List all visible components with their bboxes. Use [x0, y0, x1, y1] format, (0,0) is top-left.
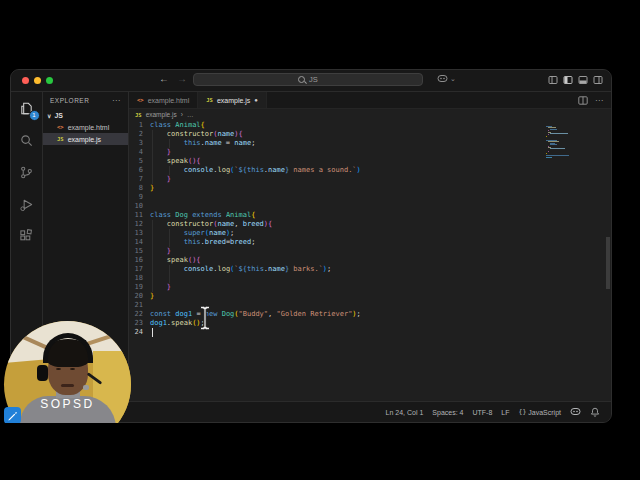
indent-guide — [152, 256, 153, 265]
code-line-8[interactable]: 8} — [129, 184, 611, 193]
run-debug-icon — [19, 197, 34, 212]
panel-bottom-icon[interactable] — [578, 75, 588, 85]
indent-guide — [152, 148, 153, 157]
modified-dot-icon[interactable]: ● — [254, 97, 258, 103]
line-number: 17 — [129, 265, 143, 274]
minimap-line — [550, 129, 558, 130]
minimap-line — [550, 133, 569, 134]
panel-right-icon[interactable] — [593, 75, 603, 85]
editor-more-icon[interactable]: ⋯ — [595, 96, 603, 105]
status-javascript[interactable]: {}JavaScript — [518, 408, 561, 416]
activity-item-search[interactable] — [16, 130, 38, 150]
letterbox-bottom — [0, 423, 640, 480]
code-line-19[interactable]: 19 } — [129, 283, 611, 292]
line-number: 2 — [129, 130, 143, 139]
html-file-icon: <> — [57, 124, 64, 130]
indent-guide — [169, 274, 170, 283]
explorer-more-icon[interactable]: ⋯ — [112, 96, 121, 105]
file-name: example.js — [68, 136, 101, 143]
code-line-13[interactable]: 13 super(name); — [129, 229, 611, 238]
tab-label: example.html — [148, 97, 190, 104]
forward-icon[interactable]: → — [177, 73, 187, 84]
activity-item-source-control[interactable] — [16, 162, 38, 182]
code-line-20[interactable]: 20} — [129, 292, 611, 301]
back-icon[interactable]: ← — [159, 73, 169, 84]
code-line-7[interactable]: 7 } — [129, 175, 611, 184]
breadcrumb-more: … — [187, 111, 194, 118]
activity-item-run-debug[interactable] — [16, 194, 38, 214]
line-number: 12 — [129, 220, 143, 229]
code-line-12[interactable]: 12 constructor(name, breed){ — [129, 220, 611, 229]
copilot-menu[interactable]: ⌄ — [437, 74, 456, 83]
code-line-16[interactable]: 16 speak(){ — [129, 256, 611, 265]
status-copilot[interactable] — [570, 407, 581, 417]
explorer-title: EXPLORER — [50, 97, 89, 104]
indent-guide — [169, 166, 170, 175]
headset-earcup-icon — [37, 365, 48, 381]
breadcrumb[interactable]: JS example.js › … — [129, 109, 611, 120]
code-line-15[interactable]: 15 } — [129, 247, 611, 256]
zoom-button[interactable] — [46, 77, 53, 84]
status-utf-8[interactable]: UTF-8 — [472, 409, 492, 416]
close-button[interactable] — [22, 77, 29, 84]
line-number: 11 — [129, 211, 143, 220]
activity-item-extensions[interactable] — [16, 226, 38, 246]
code-line-18[interactable]: 18 — [129, 274, 611, 283]
code-line-11[interactable]: 11class Dog extends Animal{ — [129, 211, 611, 220]
line-number: 1 — [129, 121, 143, 130]
code-line-10[interactable]: 10 — [129, 202, 611, 211]
status-spaces-4[interactable]: Spaces: 4 — [432, 409, 463, 416]
code-line-4[interactable]: 4 } — [129, 148, 611, 157]
line-number: 14 — [129, 238, 143, 247]
tab-example.html[interactable]: <>example.html — [129, 92, 198, 108]
file-item-example.js[interactable]: JSexample.js — [43, 133, 128, 145]
line-number: 5 — [129, 157, 143, 166]
indent-guide — [169, 265, 170, 274]
js-file-icon: JS — [206, 97, 213, 103]
code-line-9[interactable]: 9 — [129, 193, 611, 202]
status-label: LF — [501, 409, 509, 416]
code-editor[interactable]: 1class Animal{2 constructor(name){3 this… — [129, 120, 611, 401]
editor-scrollbar[interactable] — [606, 237, 610, 289]
command-center-search[interactable]: JS — [193, 73, 423, 86]
status-label: UTF-8 — [472, 409, 492, 416]
activity-item-explorer[interactable]: 1 — [16, 98, 38, 118]
status-ln-24-col-1[interactable]: Ln 24, Col 1 — [386, 409, 424, 416]
indent-guide — [152, 229, 153, 238]
minimize-button[interactable] — [34, 77, 41, 84]
layout-controls — [548, 75, 603, 85]
code-line-6[interactable]: 6 console.log(`${this.name} names a soun… — [129, 166, 611, 175]
tab-label: example.js — [217, 97, 250, 104]
line-number: 18 — [129, 274, 143, 283]
code-line-14[interactable]: 14 this.breed=breed; — [129, 238, 611, 247]
file-item-example.html[interactable]: <>example.html — [43, 121, 128, 133]
command-center-text: JS — [309, 75, 318, 84]
overlay-pencil-badge[interactable] — [4, 407, 21, 424]
code-line-3[interactable]: 3 this.name = name; — [129, 139, 611, 148]
person-eye — [56, 368, 61, 370]
code-line-1[interactable]: 1class Animal{ — [129, 121, 611, 130]
line-number: 23 — [129, 319, 143, 328]
code-line-2[interactable]: 2 constructor(name){ — [129, 130, 611, 139]
indent-guide — [152, 139, 153, 148]
indent-guide — [152, 175, 153, 184]
status-lf[interactable]: LF — [501, 409, 509, 416]
toggle-primary-sidebar-icon[interactable] — [548, 75, 558, 85]
code-line-5[interactable]: 5 speak(){ — [129, 157, 611, 166]
line-number: 8 — [129, 184, 143, 193]
copilot-icon — [570, 407, 581, 417]
mouse-ibeam-cursor — [197, 305, 213, 336]
line-number: 4 — [129, 148, 143, 157]
webcam-label: SOPSD — [4, 397, 131, 411]
pencil-icon — [7, 410, 18, 421]
tab-example.js[interactable]: JSexample.js● — [198, 92, 267, 108]
status-bell[interactable] — [590, 407, 600, 418]
indent-guide — [152, 265, 153, 274]
minimap[interactable] — [546, 126, 590, 164]
editor-group: <>example.htmlJSexample.js● ⋯ JS example… — [129, 92, 611, 401]
panel-left-icon[interactable] — [563, 75, 573, 85]
split-editor-icon[interactable] — [578, 96, 588, 105]
workspace-folder[interactable]: ∨ JS — [43, 109, 128, 121]
line-number: 19 — [129, 283, 143, 292]
code-line-17[interactable]: 17 console.log(`${this.name} barks.`); — [129, 265, 611, 274]
